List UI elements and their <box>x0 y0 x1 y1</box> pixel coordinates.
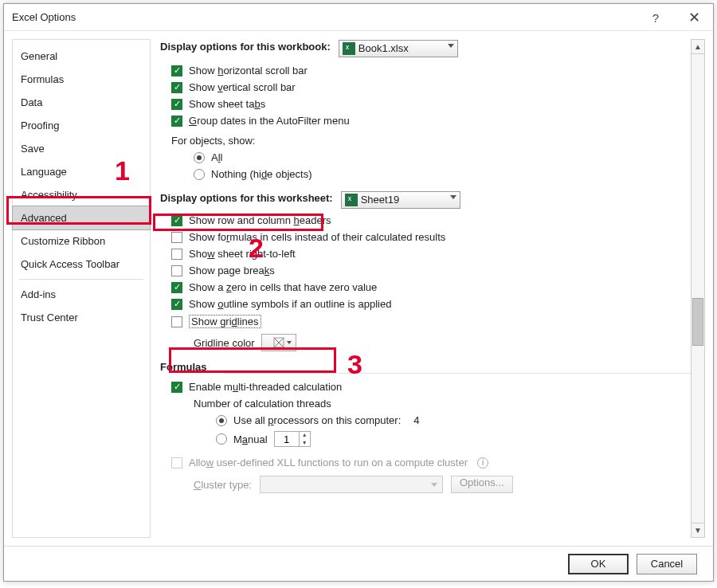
worksheet-dropdown-value: Sheet19 <box>361 194 399 206</box>
gridline-color-button[interactable] <box>261 334 296 351</box>
label-sheet-tabs: Show sheet tabs <box>189 98 265 110</box>
label-allow-xll: Allow user-defined XLL functions to run … <box>189 457 468 468</box>
label-group-dates: Group dates in the AutoFilter menu <box>189 115 350 127</box>
label-page-breaks: Show page breaks <box>189 265 275 276</box>
radio-manual-threads[interactable] <box>216 433 227 445</box>
workbook-dropdown[interactable]: Book1.xlsx <box>339 40 458 57</box>
radio-use-all-processors[interactable] <box>216 415 227 426</box>
label-cluster-type: Cluster type: <box>194 479 252 491</box>
titlebar: Excel Options ? ✕ <box>4 4 713 31</box>
sidebar-item-proofing[interactable]: Proofing <box>13 114 150 137</box>
workbook-dropdown-value: Book1.xlsx <box>358 42 409 54</box>
label-manual: Manual <box>233 433 268 445</box>
section-header-worksheet: Display options for this worksheet: <box>160 190 333 209</box>
color-swatch-icon <box>273 337 284 348</box>
label-thread-count: Number of calculation threads <box>194 398 331 410</box>
options-content: Display options for this workbook: Book1… <box>160 39 705 538</box>
label-hscroll: Show horizontal scroll bar <box>189 65 308 76</box>
sidebar-item-data[interactable]: Data <box>13 91 150 114</box>
ok-button[interactable]: OK <box>568 554 629 574</box>
chevron-down-icon <box>448 44 454 48</box>
info-icon[interactable]: i <box>477 457 488 468</box>
manual-spinner[interactable]: ▲▼ <box>274 431 311 447</box>
checkbox-page-breaks[interactable] <box>171 265 182 276</box>
section-header-workbook: Display options for this workbook: <box>160 39 331 57</box>
help-button[interactable]: ? <box>637 4 675 31</box>
manual-thread-input[interactable] <box>275 433 299 446</box>
sidebar-item-add-ins[interactable]: Add-ins <box>13 283 150 306</box>
window-title: Excel Options <box>12 11 76 23</box>
label-show-formulas: Show formulas in cells instead of their … <box>189 231 445 243</box>
scroll-track[interactable] <box>692 54 704 523</box>
checkbox-group-dates[interactable] <box>171 116 182 127</box>
label-use-all-processors: Use all processors on this computer: <box>233 414 401 426</box>
category-sidebar: General Formulas Data Proofing Save Lang… <box>12 39 151 538</box>
label-sheet-rtl: Show sheet right-to-left <box>189 248 296 260</box>
checkbox-outline-symbols[interactable] <box>171 299 182 310</box>
scroll-down-arrow[interactable]: ▼ <box>692 523 704 537</box>
excel-sheet-icon <box>345 194 358 206</box>
cluster-type-dropdown <box>260 476 443 493</box>
sidebar-item-trust-center[interactable]: Trust Center <box>13 306 150 329</box>
checkbox-sheet-tabs[interactable] <box>171 99 182 110</box>
label-vscroll: Show vertical scroll bar <box>189 81 296 93</box>
checkbox-show-gridlines[interactable] <box>171 316 182 327</box>
label-for-objects: For objects, show: <box>171 135 256 147</box>
label-row-col-headers: Show row and column headers <box>189 214 331 226</box>
checkbox-zero-values[interactable] <box>171 282 182 293</box>
checkbox-multithread[interactable] <box>171 382 182 393</box>
checkbox-hscroll[interactable] <box>171 65 182 76</box>
checkbox-vscroll[interactable] <box>171 82 182 93</box>
sidebar-item-language[interactable]: Language <box>13 160 150 183</box>
sidebar-item-save[interactable]: Save <box>13 137 150 160</box>
cancel-button[interactable]: Cancel <box>637 554 697 574</box>
label-show-gridlines: Show gridlines <box>189 315 261 328</box>
sidebar-separator <box>19 279 143 280</box>
label-objects-nothing: Nothing (hide objects) <box>211 168 311 180</box>
vertical-scrollbar[interactable]: ▲ ▼ <box>691 39 705 538</box>
scroll-up-arrow[interactable]: ▲ <box>692 40 704 54</box>
sidebar-item-formulas[interactable]: Formulas <box>13 68 150 91</box>
scroll-thumb[interactable] <box>692 298 703 346</box>
close-button[interactable]: ✕ <box>675 4 713 31</box>
checkbox-allow-xll <box>171 457 182 468</box>
section-header-formulas: Formulas <box>160 359 207 378</box>
checkbox-show-formulas[interactable] <box>171 232 182 243</box>
checkbox-sheet-rtl[interactable] <box>171 249 182 260</box>
sidebar-item-accessibility[interactable]: Accessibility <box>13 183 150 206</box>
dialog-footer: OK Cancel <box>4 546 713 581</box>
label-multithread: Enable multi-threaded calculation <box>189 381 342 393</box>
radio-objects-nothing[interactable] <box>194 169 205 180</box>
excel-file-icon <box>343 42 355 55</box>
checkbox-row-col-headers[interactable] <box>171 215 182 226</box>
label-objects-all: All <box>211 151 222 163</box>
sidebar-item-general[interactable]: General <box>13 45 150 68</box>
label-zero-values: Show a zero in cells that have zero valu… <box>189 281 377 293</box>
chevron-down-icon <box>450 195 456 199</box>
label-gridline-color: Gridline color <box>194 337 255 349</box>
sidebar-item-advanced[interactable]: Advanced <box>12 206 151 230</box>
cluster-options-button: Options... <box>451 476 513 493</box>
section-divider <box>224 373 705 374</box>
radio-objects-all[interactable] <box>194 152 205 163</box>
worksheet-dropdown[interactable]: Sheet19 <box>341 191 460 209</box>
label-outline-symbols: Show outline symbols if an outline is ap… <box>189 298 391 310</box>
sidebar-item-quick-access-toolbar[interactable]: Quick Access Toolbar <box>13 253 150 276</box>
processor-count: 4 <box>413 414 419 426</box>
sidebar-item-customize-ribbon[interactable]: Customize Ribbon <box>13 229 150 253</box>
